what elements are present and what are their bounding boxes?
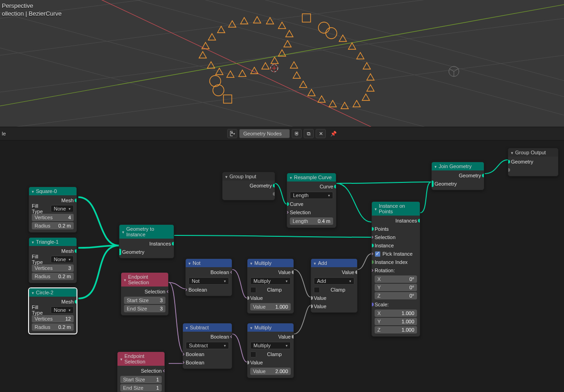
socket-value-out: Value [278, 269, 291, 275]
value-field[interactable]: Value1.000 [250, 303, 291, 310]
end-size-field[interactable]: End Size1 [120, 384, 162, 392]
end-size-field[interactable]: End Size3 [124, 305, 165, 312]
socket-boolean-out: Boolean [211, 269, 229, 275]
socket-value-b: Value [314, 304, 326, 309]
node-endpoint-selection-1[interactable]: Endpoint Selection Selection Start Size3… [121, 272, 169, 316]
socket-geometry: Geometry [250, 183, 272, 188]
socket-selection: Selection [141, 368, 162, 374]
svg-point-19 [318, 22, 329, 33]
node-instance-on-points[interactable]: Instance on Points Instances Points Sele… [371, 201, 420, 337]
start-size-field[interactable]: Start Size1 [120, 376, 162, 383]
rot-z-field[interactable]: Z0° [375, 292, 417, 299]
cursor-3d [270, 64, 278, 72]
clamp-checkbox[interactable] [314, 287, 320, 293]
nav-gizmo[interactable] [449, 66, 459, 76]
node-add[interactable]: Add Value Add Clamp Value Value [311, 258, 358, 313]
node-title: Join Geometry [439, 164, 472, 169]
node-title: Add [318, 260, 327, 266]
vertices-field[interactable]: Vertices4 [32, 214, 74, 221]
node-subtract[interactable]: Subtract Boolean Subtract Boolean Boolea… [182, 323, 232, 369]
rot-y-field[interactable]: Y0° [375, 284, 417, 291]
socket-instance: Instance [375, 243, 394, 248]
pin-button[interactable]: 📌 [330, 131, 337, 137]
svg-marker-46 [362, 94, 370, 100]
mode-dropdown[interactable]: Length [290, 192, 333, 199]
socket-geometry-out: Geometry [459, 173, 481, 178]
node-title: Circle-2 [36, 290, 53, 295]
node-circle[interactable]: Circle-2 Mesh Fill TypeNone Vertices12 R… [29, 288, 77, 334]
value-field[interactable]: Value2.000 [250, 368, 291, 375]
socket-instances: Instances [395, 218, 417, 223]
svg-marker-34 [262, 63, 269, 69]
mode-dropdown[interactable]: Multiply [250, 277, 291, 285]
svg-point-18 [213, 85, 224, 96]
browse-nodetree-button[interactable]: ▾ [227, 129, 237, 138]
copy-icon: ⧉ [307, 131, 311, 137]
node-title: Geometry to Instance [126, 226, 171, 237]
svg-marker-53 [293, 72, 300, 78]
clamp-label: Clamp [267, 287, 282, 293]
scale-x-field[interactable]: X1.000 [375, 310, 417, 317]
shield-button[interactable]: ⛨ [292, 129, 302, 138]
socket-geometry: Geometry [122, 249, 144, 255]
node-geometry-to-instance[interactable]: Geometry to Instance Instances Geometry [119, 224, 174, 258]
unlink-button[interactable]: ✕ [316, 129, 326, 138]
svg-marker-54 [290, 62, 298, 68]
fill-type-label: Fill Type [32, 304, 49, 316]
rotation-label: Rotation: [375, 268, 395, 273]
mode-dropdown[interactable]: Multiply [250, 342, 291, 349]
node-multiply-1[interactable]: Multiply Value Multiply Clamp Value Valu… [247, 258, 294, 314]
svg-marker-43 [363, 63, 370, 69]
socket-value-out: Value [342, 269, 354, 275]
socket-curve-in: Curve [290, 201, 303, 207]
radius-field[interactable]: Radius0.2 m [32, 222, 74, 229]
node-multiply-2[interactable]: Multiply Value Multiply Clamp Value Valu… [247, 323, 294, 378]
vertices-field[interactable]: Vertices3 [32, 264, 74, 272]
close-icon: ✕ [319, 131, 323, 137]
start-size-field[interactable]: Start Size3 [124, 297, 165, 304]
radius-field[interactable]: Radius0.2 m [32, 323, 74, 331]
node-resample-curve[interactable]: Resample Curve Curve Length Curve Select… [287, 173, 336, 228]
node-triangle[interactable]: Triangle-1 Mesh Fill TypeNone Vertices3 … [29, 237, 77, 283]
svg-marker-51 [308, 89, 315, 96]
node-title: Subtract [190, 325, 209, 330]
scale-z-field[interactable]: Z1.000 [375, 326, 417, 333]
socket-value-a: Value [250, 295, 263, 301]
fill-type-dropdown[interactable]: None [51, 205, 74, 212]
rot-x-field[interactable]: X0° [375, 275, 417, 283]
svg-marker-44 [367, 74, 374, 80]
node-endpoint-selection-2[interactable]: Endpoint Selection Selection Start Size1… [117, 351, 165, 392]
clamp-checkbox[interactable] [250, 287, 256, 293]
pick-instance-checkbox[interactable] [375, 251, 381, 257]
node-not[interactable]: Not Boolean Not Boolean [185, 258, 232, 296]
socket-boolean-out: Boolean [211, 334, 229, 339]
node-canvas[interactable]: Square-0 Mesh Fill TypeNone Vertices4 Ra… [0, 140, 564, 392]
viewport-3d[interactable]: Perspective ollection | BezierCurve [0, 0, 564, 127]
socket-boolean-a: Boolean [186, 351, 204, 357]
socket-value-a: Value [250, 360, 263, 365]
vertices-field[interactable]: Vertices12 [32, 315, 74, 322]
length-field[interactable]: Length0.4 m [290, 217, 333, 225]
scale-y-field[interactable]: Y1.000 [375, 318, 417, 325]
mode-dropdown[interactable]: Subtract [186, 342, 229, 349]
nodetree-name-input[interactable]: Geometry Nodes [239, 129, 290, 138]
socket-selection: Selection [375, 234, 395, 240]
radius-field[interactable]: Radius0.2 m [32, 273, 74, 280]
node-group-output[interactable]: Group Output Geometry [508, 148, 558, 176]
node-square[interactable]: Square-0 Mesh Fill TypeNone Vertices4 Ra… [29, 187, 77, 233]
svg-marker-30 [286, 30, 293, 37]
pin-icon: 📌 [330, 131, 337, 136]
svg-marker-37 [227, 71, 234, 77]
mode-dropdown[interactable]: Add [314, 277, 354, 285]
clamp-checkbox[interactable] [250, 351, 256, 357]
node-group-input[interactable]: Group Input Geometry [222, 172, 275, 200]
node-join-geometry[interactable]: Join Geometry Geometry Geometry [431, 162, 484, 190]
pick-instance-label: Pick Instance [382, 251, 417, 257]
shield-icon: ⛨ [294, 131, 300, 136]
node-title: Instance on Points [379, 203, 417, 214]
fill-type-dropdown[interactable]: None [51, 256, 74, 263]
fill-type-dropdown[interactable]: None [51, 306, 74, 314]
copy-button[interactable]: ⧉ [304, 129, 314, 138]
mode-dropdown[interactable]: Not [188, 277, 229, 285]
svg-marker-21 [199, 52, 206, 58]
